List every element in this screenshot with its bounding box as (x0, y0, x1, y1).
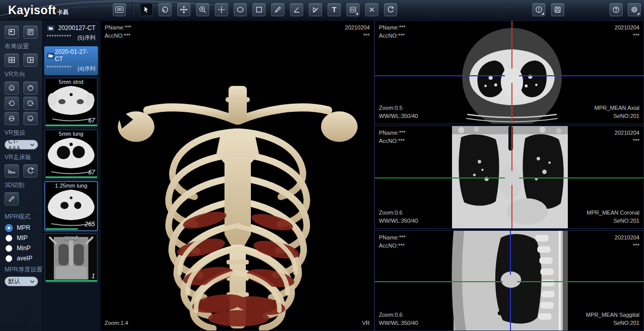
scalpel-cut-button[interactable] (5, 192, 19, 205)
coronal-overlay-patient: PName:*** AccNO:*** (379, 129, 406, 145)
cobb-angle-icon (311, 6, 319, 14)
pname-text: PName:*** (379, 129, 406, 137)
vr-preset-label: VR预设 (5, 129, 38, 137)
study-item-1[interactable]: 20200127-CT ********** (5)序列 (44, 22, 98, 44)
mpr-mode-radio-mpr[interactable]: MPR (6, 224, 37, 231)
mpr-mode-radio-aveip[interactable]: aveIP (6, 255, 37, 262)
series-thumbnail-1-25mm-lung[interactable]: 1.25mm lung 265 (45, 182, 98, 231)
coronal-crosshair-v-bottom[interactable] (511, 185, 512, 229)
ellipse-roi-tool-button[interactable] (234, 3, 247, 16)
vr-viewport[interactable]: PName:*** AccNO:*** 20210204 *** Zoom:1.… (100, 20, 374, 331)
study-date-text: 20210204 (615, 24, 639, 32)
study-patient-masked: ********** (47, 34, 72, 42)
zoom-in-icon (199, 6, 207, 14)
study-title: 2020-01-27-CT (55, 48, 95, 63)
layout-grid-1-2-button[interactable] (23, 53, 38, 67)
folder-open-icon (47, 52, 55, 59)
sagittal-overlay-zoom: Zoom:0.6 WW/WL:350/40 (379, 311, 418, 327)
sagittal-crosshair-v-top[interactable] (510, 231, 511, 275)
mpr-mode-radio-mip[interactable]: MIP (6, 234, 37, 242)
grid-2x2-icon (8, 56, 16, 64)
pointer-tool-button[interactable] (140, 3, 153, 16)
reset-view-button[interactable] (384, 3, 397, 16)
vr-direction-posterior-button[interactable] (23, 81, 38, 95)
vr-direction-left-button[interactable] (5, 97, 19, 110)
series-panel: 20200127-CT ********** (5)序列 2020-01-27-… (43, 20, 100, 331)
cobb-angle-tool-button[interactable] (309, 3, 322, 16)
2d-mode-button[interactable]: 2D (113, 3, 126, 16)
vr-overlay-study: 20210204 *** (345, 24, 370, 40)
layout-single-button[interactable] (5, 25, 19, 39)
seno-text: SeNO:201 (594, 112, 639, 121)
app-logo-text: Kayisoft (8, 4, 56, 17)
delete-annotations-button[interactable] (365, 3, 378, 16)
window-level-tool-button[interactable] (346, 3, 360, 16)
zoom-text: Zoom:0.5 (379, 104, 418, 112)
vr-direction-right-button[interactable] (23, 97, 38, 110)
mpr-thickness-select[interactable]: 默认 (5, 277, 38, 286)
coronal-crosshair-v-top[interactable] (511, 126, 512, 171)
thumbnail-image-count: 265 (85, 221, 95, 228)
wwwl-text: WW/WL:350/40 (379, 217, 418, 225)
gear-icon (630, 6, 638, 14)
angle-icon (293, 6, 301, 14)
series-thumbnail-5mm-stnd[interactable]: 5mm stnd 67 (45, 78, 98, 127)
crosshair-tool-button[interactable] (215, 3, 228, 16)
app-logo-cn: 卡易 (57, 9, 69, 16)
view-name-text: MPR_MEAN Axial (594, 104, 639, 112)
settings-button[interactable] (628, 3, 641, 16)
study-series-count: (4)序列 (78, 65, 95, 73)
head-bottom-icon (26, 114, 35, 123)
rectangle-roi-tool-button[interactable] (252, 3, 266, 16)
mpr-sagittal-viewport[interactable]: PName:*** AccNO:*** 20210204 *** Zoom:0.… (374, 230, 644, 331)
axial-crosshair-h-left[interactable] (375, 75, 505, 76)
2d-icon: 2D (115, 7, 123, 13)
angle-tool-button[interactable] (290, 3, 303, 16)
layout-grid-2x2-button[interactable] (5, 53, 19, 67)
head-left-icon (8, 99, 16, 107)
close-x-icon (368, 6, 376, 14)
vr-direction-inferior-button[interactable] (23, 112, 38, 125)
masked-text: *** (615, 242, 639, 250)
sagittal-overlay-patient: PName:*** AccNO:*** (379, 234, 406, 250)
mpr-coronal-viewport[interactable]: PName:*** AccNO:*** 20210204 *** Zoom:0.… (374, 126, 644, 229)
sagittal-crosshair-h-right[interactable] (517, 281, 644, 282)
orbit-rotate-tool-button[interactable] (158, 3, 172, 16)
mpr-mode-radio-minp[interactable]: MinP (6, 245, 37, 252)
thumbnail-label: 5mm lung (45, 131, 97, 137)
vr-direction-anterior-button[interactable] (5, 81, 19, 95)
sagittal-crosshair-v-bottom[interactable] (510, 288, 511, 331)
vr-direction-superior-button[interactable] (5, 112, 19, 125)
measure-line-tool-button[interactable] (271, 3, 284, 16)
layout-settings-label: 布局设置 (5, 42, 38, 51)
thumbnail-image-count: 1 (91, 273, 95, 280)
study-item-2-selected[interactable]: 2020-01-27-CT ********** (4)序列 (44, 46, 98, 75)
axial-crosshair-v-bottom[interactable] (511, 83, 512, 124)
mpr-axial-viewport[interactable]: PName:*** AccNO:*** 20210204 *** Zoom:0.… (374, 20, 644, 124)
coronal-crosshair-h-right[interactable] (519, 177, 644, 178)
zoom-tool-button[interactable] (196, 3, 209, 16)
series-thumbnail-scout[interactable]: scout 1 (45, 233, 98, 283)
sagittal-crosshair-h-left[interactable] (375, 281, 503, 282)
pan-tool-button[interactable] (177, 3, 190, 16)
thumbnail-image-count: 67 (88, 169, 95, 176)
axial-crosshair-v-top[interactable] (511, 21, 512, 69)
layout-preset-button[interactable] (23, 25, 38, 39)
text-annotation-tool-button[interactable]: T (328, 3, 341, 16)
report-info-button[interactable] (532, 3, 545, 16)
remove-bed-button[interactable] (5, 164, 19, 177)
thumbnail-label: scout (45, 234, 97, 240)
scalpel-icon (8, 195, 16, 203)
vr-preset-select[interactable]: CT-AAA (5, 140, 38, 149)
save-button[interactable] (551, 3, 564, 16)
series-thumbnail-5mm-lung[interactable]: 5mm lung 67 (45, 130, 98, 179)
radio-icon (6, 255, 12, 262)
grid-1-2-icon (26, 56, 35, 64)
reset-bed-button[interactable] (23, 164, 38, 177)
pname-text: PName:*** (379, 234, 406, 242)
help-button[interactable] (609, 3, 623, 16)
folder-icon (47, 25, 55, 32)
coronal-crosshair-h-left[interactable] (375, 177, 505, 178)
axial-crosshair-h-right[interactable] (519, 75, 644, 76)
app-window: Kayisoft 卡易 2D (0, 0, 644, 331)
